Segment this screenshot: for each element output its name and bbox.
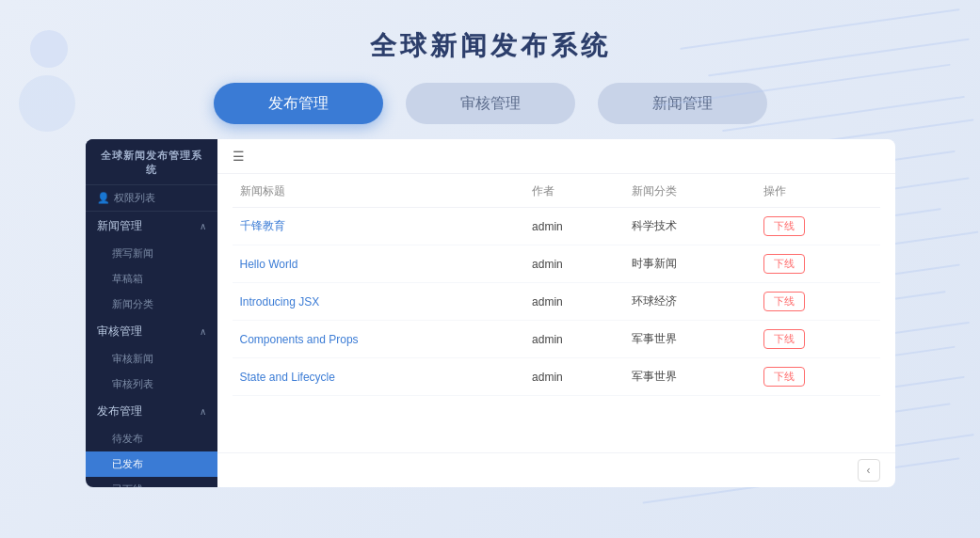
cell-category: 科学技术 bbox=[624, 208, 756, 245]
cell-title[interactable]: Components and Props bbox=[233, 321, 525, 358]
tabs-row: 发布管理 审核管理 新闻管理 bbox=[214, 83, 767, 124]
cell-author: admin bbox=[524, 245, 624, 283]
cell-action: 下线 bbox=[756, 283, 879, 321]
chevron-up-icon-3: ∧ bbox=[200, 406, 206, 417]
offline-button[interactable]: 下线 bbox=[763, 367, 805, 387]
table-row: Components and Propsadmin军事世界下线 bbox=[233, 321, 880, 358]
table-row: 千锋教育admin科学技术下线 bbox=[233, 208, 880, 245]
cell-author: admin bbox=[524, 208, 624, 245]
content-panel: ☰ 新闻标题 作者 新闻分类 操作 千锋教育admin科学技术下线Hello W… bbox=[217, 139, 895, 487]
cell-action: 下线 bbox=[756, 245, 879, 283]
cell-title[interactable]: 千锋教育 bbox=[233, 208, 525, 245]
col-action: 操作 bbox=[756, 174, 879, 208]
cell-author: admin bbox=[524, 321, 624, 358]
sidebar-item-draft-box[interactable]: 草稿箱 bbox=[86, 266, 217, 292]
sidebar-section-review: 审核管理 ∧ 审核新闻 审核列表 bbox=[86, 317, 217, 397]
sidebar-item-write-news[interactable]: 撰写新闻 bbox=[86, 241, 217, 266]
sidebar: 全球新闻发布管理系统 👤 权限列表 新闻管理 ∧ 撰写新闻 草稿箱 新闻分类 审… bbox=[86, 139, 217, 487]
pagination-prev[interactable]: ‹ bbox=[858, 459, 880, 482]
news-table: 新闻标题 作者 新闻分类 操作 千锋教育admin科学技术下线Hello Wor… bbox=[233, 174, 880, 396]
table-header-row: 新闻标题 作者 新闻分类 操作 bbox=[233, 174, 880, 208]
offline-button[interactable]: 下线 bbox=[763, 329, 805, 349]
col-title: 新闻标题 bbox=[233, 174, 525, 208]
main-area: 全球新闻发布管理系统 👤 权限列表 新闻管理 ∧ 撰写新闻 草稿箱 新闻分类 审… bbox=[86, 139, 895, 487]
sidebar-section-news-label: 新闻管理 bbox=[97, 218, 142, 234]
cell-category: 时事新闻 bbox=[624, 245, 756, 283]
offline-button[interactable]: 下线 bbox=[763, 216, 805, 236]
menu-icon[interactable]: ☰ bbox=[233, 149, 245, 164]
offline-button[interactable]: 下线 bbox=[763, 254, 805, 274]
sidebar-section-review-header[interactable]: 审核管理 ∧ bbox=[86, 317, 217, 346]
cell-author: admin bbox=[524, 283, 624, 321]
sidebar-item-review-list[interactable]: 审核列表 bbox=[86, 372, 217, 397]
col-category: 新闻分类 bbox=[624, 174, 756, 208]
cell-author: admin bbox=[524, 358, 624, 396]
cell-category: 军事世界 bbox=[624, 321, 756, 358]
tab-review[interactable]: 审核管理 bbox=[406, 83, 575, 124]
sidebar-user-label: 权限列表 bbox=[114, 191, 155, 205]
chevron-up-icon-2: ∧ bbox=[200, 326, 206, 337]
chevron-up-icon: ∧ bbox=[200, 221, 206, 231]
sidebar-item-pending[interactable]: 待发布 bbox=[86, 426, 217, 451]
cell-category: 军事世界 bbox=[624, 358, 756, 396]
cell-title[interactable]: Hello World bbox=[233, 245, 525, 283]
user-icon: 👤 bbox=[97, 192, 110, 204]
page-title: 全球新闻发布系统 bbox=[370, 28, 611, 64]
sidebar-item-review-news[interactable]: 审核新闻 bbox=[86, 346, 217, 372]
sidebar-section-news-header[interactable]: 新闻管理 ∧ bbox=[86, 212, 217, 241]
sidebar-item-news-category[interactable]: 新闻分类 bbox=[86, 292, 217, 317]
tab-news[interactable]: 新闻管理 bbox=[598, 83, 767, 124]
tab-publish[interactable]: 发布管理 bbox=[214, 83, 383, 124]
page-wrapper: 全球新闻发布系统 发布管理 审核管理 新闻管理 全球新闻发布管理系统 👤 权限列… bbox=[0, 0, 980, 538]
cell-title[interactable]: State and Lifecycle bbox=[233, 358, 525, 396]
decorative-circle-2 bbox=[19, 75, 75, 132]
table-row: State and Lifecycleadmin军事世界下线 bbox=[233, 358, 880, 396]
cell-category: 环球经济 bbox=[624, 283, 756, 321]
sidebar-section-publish-label: 发布管理 bbox=[97, 404, 142, 419]
sidebar-section-review-label: 审核管理 bbox=[97, 324, 142, 340]
sidebar-title: 全球新闻发布管理系统 bbox=[86, 139, 217, 185]
col-author: 作者 bbox=[524, 174, 624, 208]
cell-action: 下线 bbox=[756, 358, 879, 396]
sidebar-item-offline[interactable]: 已下线 bbox=[86, 477, 217, 487]
content-header: ☰ bbox=[217, 139, 895, 174]
table-footer: ‹ bbox=[217, 452, 895, 487]
sidebar-section-news: 新闻管理 ∧ 撰写新闻 草稿箱 新闻分类 bbox=[86, 212, 217, 317]
sidebar-section-publish-header[interactable]: 发布管理 ∧ bbox=[86, 397, 217, 426]
sidebar-item-published[interactable]: 已发布 bbox=[86, 451, 217, 477]
sidebar-user: 👤 权限列表 bbox=[86, 185, 217, 212]
table-row: Introducing JSXadmin环球经济下线 bbox=[233, 283, 880, 321]
cell-title[interactable]: Introducing JSX bbox=[233, 283, 525, 321]
decorative-circle-1 bbox=[30, 30, 68, 68]
table-row: Hello Worldadmin时事新闻下线 bbox=[233, 245, 880, 283]
cell-action: 下线 bbox=[756, 321, 879, 358]
cell-action: 下线 bbox=[756, 208, 879, 245]
offline-button[interactable]: 下线 bbox=[763, 292, 805, 311]
sidebar-section-publish: 发布管理 ∧ 待发布 已发布 已下线 bbox=[86, 397, 217, 487]
table-wrapper: 新闻标题 作者 新闻分类 操作 千锋教育admin科学技术下线Hello Wor… bbox=[217, 174, 895, 452]
